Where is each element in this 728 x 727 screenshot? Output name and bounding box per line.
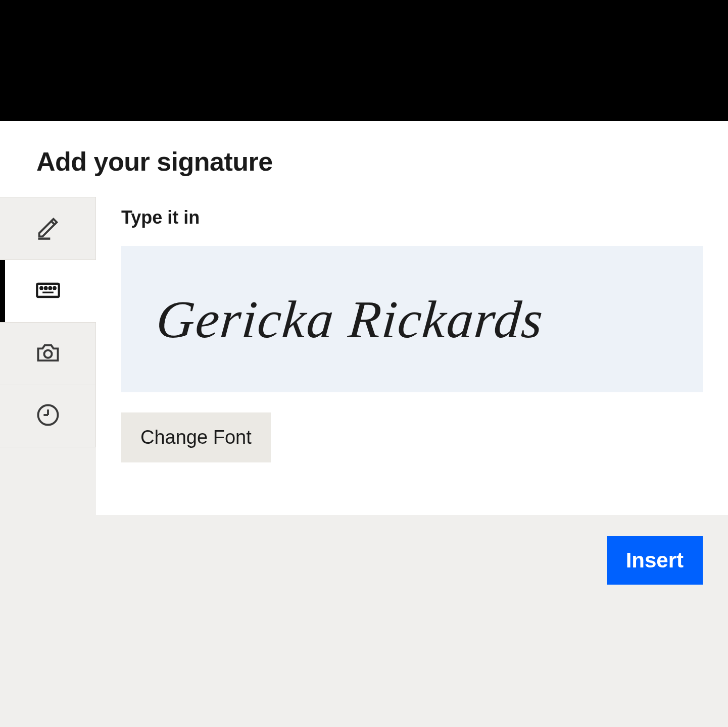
- svg-point-4: [50, 287, 51, 288]
- keyboard-icon: [35, 277, 61, 305]
- change-font-button[interactable]: Change Font: [121, 412, 271, 462]
- svg-point-5: [54, 287, 55, 288]
- signature-text: Gericka Rickards: [154, 289, 546, 350]
- signature-modal: Add your signature: [0, 121, 728, 515]
- pencil-icon: [35, 215, 61, 243]
- tab-draw[interactable]: [0, 197, 96, 259]
- modal-body: Type it in Gericka Rickards Change Font: [0, 197, 728, 515]
- svg-rect-1: [37, 284, 59, 297]
- panel-label: Type it in: [121, 207, 703, 228]
- signature-mode-sidebar: [0, 197, 96, 515]
- tab-camera[interactable]: [0, 322, 96, 385]
- tab-recent[interactable]: [0, 385, 96, 447]
- svg-point-7: [44, 350, 52, 357]
- svg-point-2: [40, 287, 42, 288]
- signature-preview[interactable]: Gericka Rickards: [121, 246, 703, 392]
- camera-icon: [35, 340, 61, 368]
- insert-button[interactable]: Insert: [607, 536, 703, 585]
- svg-point-3: [45, 287, 46, 288]
- modal-title: Add your signature: [0, 121, 728, 197]
- tab-type[interactable]: [0, 259, 96, 322]
- clock-icon: [35, 402, 61, 430]
- top-bar: [0, 0, 728, 121]
- type-signature-panel: Type it in Gericka Rickards Change Font: [96, 197, 728, 515]
- modal-footer: Insert: [0, 515, 728, 586]
